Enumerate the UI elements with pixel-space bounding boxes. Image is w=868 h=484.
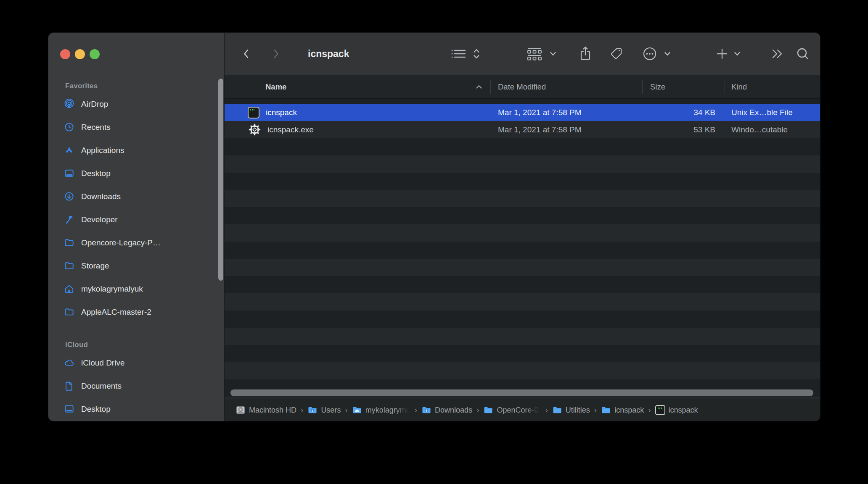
column-divider[interactable] [725,80,725,94]
clock-icon [64,122,74,133]
airdrop-icon [64,99,74,110]
hammer-icon [64,214,74,225]
path-separator: › [414,405,418,415]
column-header-size[interactable]: Size [650,75,665,98]
file-size: 34 KB [642,104,715,121]
sidebar-item-icloud-drive[interactable]: iCloud Drive [48,351,224,374]
forward-button[interactable] [270,47,282,60]
windows-executable-icon [248,123,261,137]
unix-executable-icon [655,405,665,415]
tag-icon[interactable] [609,46,624,61]
path-item-label: Downloads [435,406,472,415]
path-item-label: Utilities [566,406,590,415]
search-icon[interactable] [796,47,810,61]
back-button[interactable] [241,47,252,60]
column-header-name[interactable]: Name [265,75,286,98]
sidebar-item-icloud-desktop[interactable]: Desktop [48,397,224,421]
list-view-icon[interactable] [450,47,467,60]
more-actions-icon[interactable] [642,46,658,62]
chevron-down-icon[interactable] [549,51,557,57]
sidebar-item-label: Desktop [81,405,111,414]
folder-icon [601,405,611,415]
column-header-row: Name Date Modified Size Kind [225,75,820,99]
path-item-label: Macintosh HD [249,406,296,415]
sidebar-item-label: Applications [81,146,124,155]
sidebar-item-label: Recents [81,123,111,132]
minimize-window-button[interactable] [75,49,85,59]
path-item-icnspack-folder[interactable]: icnspack [601,405,644,415]
sidebar-item-label: Developer [81,215,118,224]
sidebar-section-icloud-label: iCloud [48,339,224,351]
column-divider[interactable] [642,80,643,94]
sidebar-item-desktop[interactable]: Desktop [48,162,224,185]
view-sort-chevrons-icon[interactable] [473,47,480,60]
file-row-icnspack[interactable]: icnspack Mar 1, 2021 at 7:58 PM 34 KB Un… [225,104,820,121]
path-item-label: icnspack [669,406,698,415]
add-icon[interactable] [716,47,728,60]
cloud-icon [64,358,74,368]
column-header-kind[interactable]: Kind [731,75,747,98]
path-separator: › [300,405,304,415]
sidebar-item-downloads[interactable]: Downloads [48,185,224,208]
sidebar: Favorites AirDrop Recents [48,33,224,421]
path-item-label: Users [321,406,341,415]
path-item-macintosh-hd[interactable]: Macintosh HD [236,405,296,415]
path-item-opencore[interactable]: OpenCore-0- [483,405,541,415]
share-icon[interactable] [579,46,592,62]
fullscreen-window-button[interactable] [90,49,100,59]
path-item-user-home[interactable]: mykolagryma [352,405,410,415]
path-item-downloads[interactable]: Downloads [421,405,472,415]
path-item-utilities[interactable]: Utilities [552,405,590,415]
home-icon [64,284,74,295]
chevron-down-icon[interactable] [733,51,741,57]
content-pane: icnspack [224,33,820,421]
file-row-icnspack-exe[interactable]: icnspack.exe Mar 1, 2021 at 7:58 PM 53 K… [225,121,820,138]
sidebar-item-documents[interactable]: Documents [48,374,224,397]
sidebar-item-developer[interactable]: Developer [48,208,224,231]
column-divider[interactable] [490,80,491,94]
file-name: icnspack [266,108,297,117]
sidebar-item-recents[interactable]: Recents [48,116,224,139]
group-by-icon[interactable] [526,47,543,61]
file-name: icnspack.exe [267,125,314,134]
chevron-down-icon[interactable] [664,51,671,57]
path-item-label: mykolagryma [365,406,410,415]
path-separator: › [476,405,479,415]
file-kind: Unix Ex…ble File [731,104,793,121]
column-header-date-modified[interactable]: Date Modified [498,75,546,98]
file-date-modified: Mar 1, 2021 at 7:58 PM [498,104,582,121]
desktop-icon [64,168,74,179]
sidebar-item-applealc[interactable]: AppleALC-master-2 [48,300,224,324]
folder-icon [64,307,74,318]
sidebar-scrollbar[interactable] [218,79,223,281]
sidebar-item-airdrop[interactable]: AirDrop [48,92,224,116]
sidebar-item-home[interactable]: mykolagrymalyuk [48,277,224,300]
sort-ascending-icon[interactable] [475,75,483,98]
sidebar-item-applications[interactable]: Applications [48,139,224,162]
toolbar-overflow-icon[interactable] [770,48,785,60]
window-title: icnspack [308,48,349,60]
close-window-button[interactable] [60,49,70,59]
finder-window: Favorites AirDrop Recents [48,33,820,421]
sidebar-item-storage[interactable]: Storage [48,254,224,277]
toolbar: icnspack [225,33,820,75]
path-item-label: icnspack [614,406,644,415]
folder-icon [483,405,493,415]
sidebar-item-label: AirDrop [81,100,108,109]
file-size: 53 KB [642,121,715,138]
horizontal-scrollbar[interactable] [230,389,813,396]
folder-users-icon [307,405,318,415]
sidebar-item-opencore-legacy[interactable]: Opencore-Legacy-P… [48,231,224,254]
path-item-users[interactable]: Users [307,405,341,415]
path-separator: › [545,405,548,415]
sidebar-item-label: Downloads [81,192,121,201]
sidebar-item-label: AppleALC-master-2 [81,308,151,317]
desktop-background: Favorites AirDrop Recents [0,0,868,484]
sidebar-item-label: Desktop [81,169,111,178]
app-store-icon [64,145,74,156]
path-bar: Macintosh HD › Users › [225,399,820,421]
path-separator: › [344,405,348,415]
path-item-icnspack-file[interactable]: icnspack [655,405,698,415]
sidebar-section-favorites-label: Favorites [48,80,224,92]
hard-drive-icon [236,405,246,415]
